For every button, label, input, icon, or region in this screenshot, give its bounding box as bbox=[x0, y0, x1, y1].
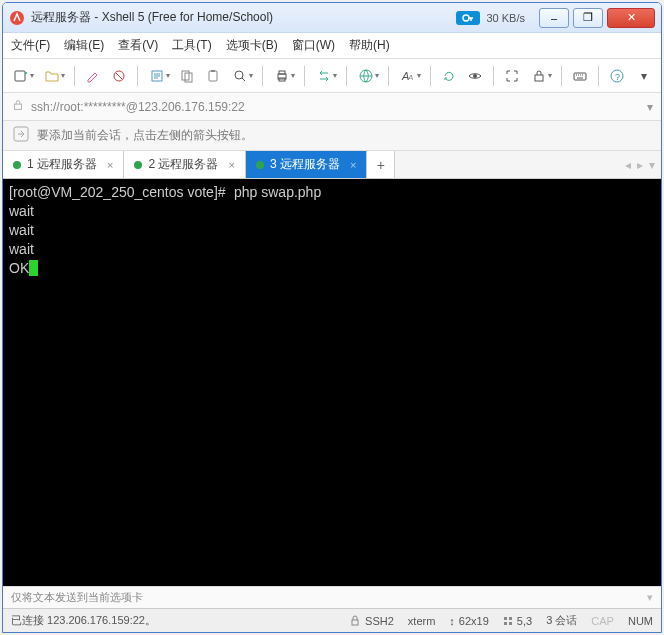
svg-rect-17 bbox=[535, 75, 543, 81]
svg-rect-2 bbox=[15, 71, 25, 81]
tabs-next-icon[interactable]: ▸ bbox=[637, 158, 643, 172]
send-target-bar: 仅将文本发送到当前选项卡 ▾ bbox=[3, 586, 661, 608]
lock-icon bbox=[11, 98, 25, 115]
close-button[interactable]: ✕ bbox=[607, 8, 655, 28]
terminal-line: wait bbox=[9, 203, 34, 219]
svg-rect-24 bbox=[504, 617, 507, 620]
transfer-button[interactable]: ▾ bbox=[312, 65, 339, 87]
lock-icon bbox=[349, 615, 361, 627]
menu-file[interactable]: 文件(F) bbox=[11, 37, 50, 54]
terminal-command: php swap.php bbox=[234, 184, 321, 200]
refresh-button[interactable] bbox=[438, 65, 460, 87]
fullscreen-button[interactable] bbox=[501, 65, 523, 87]
menu-help[interactable]: 帮助(H) bbox=[349, 37, 390, 54]
window-title: 远程服务器 - Xshell 5 (Free for Home/School) bbox=[31, 9, 456, 26]
minimize-button[interactable]: – bbox=[539, 8, 569, 28]
terminal-prompt: [root@VM_202_250_centos vote]# bbox=[9, 184, 226, 200]
search-button[interactable]: ▾ bbox=[228, 65, 255, 87]
tab-close-icon[interactable]: × bbox=[350, 159, 356, 171]
titlebar: 远程服务器 - Xshell 5 (Free for Home/School) … bbox=[3, 3, 661, 33]
app-icon bbox=[9, 10, 25, 26]
tip-bar: 要添加当前会话，点击左侧的箭头按钮。 bbox=[3, 121, 661, 151]
svg-rect-11 bbox=[279, 71, 285, 74]
tab-strip: 1 远程服务器 × 2 远程服务器 × 3 远程服务器 × + ◂ ▸ ▾ bbox=[3, 151, 661, 179]
maximize-button[interactable]: ❐ bbox=[573, 8, 603, 28]
menu-tabs[interactable]: 选项卡(B) bbox=[226, 37, 278, 54]
menubar: 文件(F) 编辑(E) 查看(V) 工具(T) 选项卡(B) 窗口(W) 帮助(… bbox=[3, 33, 661, 59]
address-text[interactable]: ssh://root:*********@123.206.176.159:22 bbox=[31, 100, 641, 114]
svg-rect-18 bbox=[574, 73, 586, 80]
separator bbox=[346, 66, 347, 86]
status-dot-icon bbox=[134, 161, 142, 169]
svg-point-16 bbox=[473, 74, 477, 78]
new-tab-button[interactable]: + bbox=[367, 151, 395, 178]
address-bar: ssh://root:*********@123.206.176.159:22 … bbox=[3, 93, 661, 121]
separator bbox=[561, 66, 562, 86]
overflow-button[interactable]: ▾ bbox=[633, 65, 655, 87]
tab-close-icon[interactable]: × bbox=[107, 159, 113, 171]
globe-button[interactable]: ▾ bbox=[354, 65, 381, 87]
status-dot-icon bbox=[13, 161, 21, 169]
terminal[interactable]: [root@VM_202_250_centos vote]# php swap.… bbox=[3, 179, 661, 586]
lock-button[interactable]: ▾ bbox=[527, 65, 554, 87]
svg-rect-8 bbox=[211, 70, 215, 72]
tab-session-2[interactable]: 2 远程服务器 × bbox=[124, 151, 245, 178]
separator bbox=[304, 66, 305, 86]
tabs-prev-icon[interactable]: ◂ bbox=[625, 158, 631, 172]
keyboard-button[interactable] bbox=[569, 65, 591, 87]
menu-edit[interactable]: 编辑(E) bbox=[64, 37, 104, 54]
eye-button[interactable] bbox=[464, 65, 486, 87]
highlighter-button[interactable] bbox=[82, 65, 104, 87]
menu-tools[interactable]: 工具(T) bbox=[172, 37, 211, 54]
terminal-line: wait bbox=[9, 241, 34, 257]
svg-text:?: ? bbox=[615, 72, 620, 82]
svg-point-9 bbox=[235, 71, 243, 79]
copy-button[interactable] bbox=[176, 65, 198, 87]
print-button[interactable]: ▾ bbox=[270, 65, 297, 87]
tab-session-3[interactable]: 3 远程服务器 × bbox=[246, 151, 367, 178]
separator bbox=[74, 66, 75, 86]
svg-rect-7 bbox=[209, 71, 217, 81]
menu-view[interactable]: 查看(V) bbox=[118, 37, 158, 54]
cursor-icon bbox=[29, 260, 38, 276]
key-icon bbox=[462, 12, 474, 24]
tab-label: 2 远程服务器 bbox=[148, 156, 218, 173]
svg-rect-23 bbox=[352, 620, 358, 625]
paste-button[interactable] bbox=[202, 65, 224, 87]
menu-window[interactable]: 窗口(W) bbox=[292, 37, 335, 54]
properties-button[interactable]: ▾ bbox=[145, 65, 172, 87]
tab-close-icon[interactable]: × bbox=[228, 159, 234, 171]
send-target-text: 仅将文本发送到当前选项卡 bbox=[11, 590, 143, 605]
toolbar: ▾ ▾ ▾ ▾ ▾ ▾ ▾ AA▾ ▾ ? ▾ bbox=[3, 59, 661, 93]
status-bar: 已连接 123.206.176.159:22。 SSH2 xterm ↕ 62x… bbox=[3, 608, 661, 632]
status-pos: 5,3 bbox=[503, 613, 532, 628]
tip-text: 要添加当前会话，点击左侧的箭头按钮。 bbox=[37, 127, 253, 144]
status-size: ↕ 62x19 bbox=[449, 613, 488, 628]
network-rate: 30 KB/s bbox=[486, 12, 525, 24]
tab-label: 3 远程服务器 bbox=[270, 156, 340, 173]
address-dropdown[interactable]: ▾ bbox=[647, 100, 653, 114]
disconnect-button[interactable] bbox=[108, 65, 130, 87]
open-folder-button[interactable]: ▾ bbox=[40, 65, 67, 87]
grid-icon bbox=[503, 616, 513, 626]
terminal-line: wait bbox=[9, 222, 34, 238]
arrow-icon[interactable] bbox=[13, 126, 29, 145]
tab-session-1[interactable]: 1 远程服务器 × bbox=[3, 151, 124, 178]
status-protocol: SSH2 bbox=[349, 613, 394, 628]
separator bbox=[262, 66, 263, 86]
status-cap: CAP bbox=[591, 613, 614, 628]
help-button[interactable]: ? bbox=[606, 65, 628, 87]
font-button[interactable]: AA▾ bbox=[396, 65, 423, 87]
status-num: NUM bbox=[628, 613, 653, 628]
svg-rect-26 bbox=[504, 622, 507, 625]
svg-text:A: A bbox=[407, 73, 413, 82]
separator bbox=[493, 66, 494, 86]
svg-rect-21 bbox=[15, 104, 22, 109]
new-session-button[interactable]: ▾ bbox=[9, 65, 36, 87]
svg-rect-25 bbox=[509, 617, 512, 620]
tab-label: 1 远程服务器 bbox=[27, 156, 97, 173]
tabs-list-icon[interactable]: ▾ bbox=[649, 158, 655, 172]
send-target-dropdown[interactable]: ▾ bbox=[647, 591, 653, 604]
terminal-line: OK bbox=[9, 260, 29, 276]
status-dot-icon bbox=[256, 161, 264, 169]
